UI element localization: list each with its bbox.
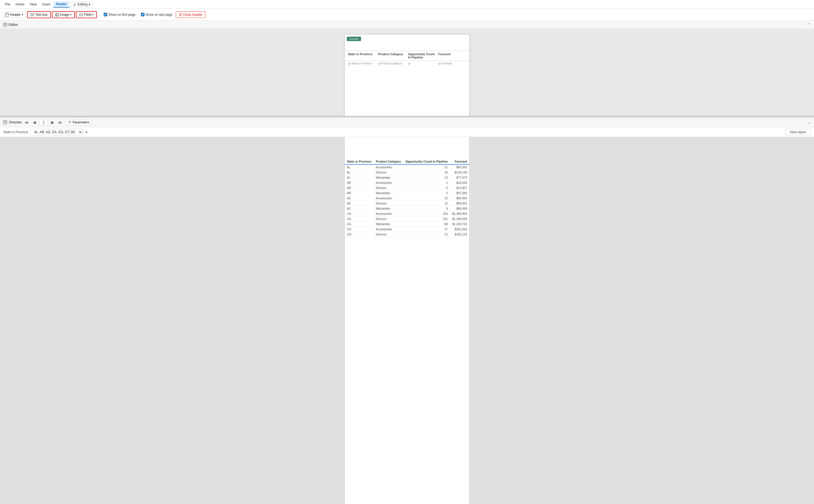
header-badge: Header [347,37,361,41]
editor-label: Editor [9,23,18,27]
image-label: Image [60,13,69,17]
menu-bar: File Home View Insert Header Editing ▾ [0,0,814,9]
state-param-label: State or Province [3,130,28,134]
table-row: AZDevices12$58,815 [345,201,469,206]
toolbar: Header ▾ Text box Image ▾ Field ▾ Show o… [0,9,814,21]
table-cell: Accessories [374,227,403,232]
table-cell: $155,123 [450,232,469,237]
parameters-btn[interactable]: Parameters [66,119,92,125]
toolbar-sep-1 [99,11,99,18]
preview-section-bar: Preview ⏮ ◀ ▶ ⏭ Parameters ⌄ [0,117,814,127]
placeholder-state: ▦ State or Province [347,61,377,66]
table-cell: Devices [374,170,403,175]
table-column-headers: State or Province Product Category Oppor… [345,51,469,61]
table-cell: Accessories [374,180,403,185]
table-cell: 88 [403,222,450,227]
table-cell: 5 [403,185,450,191]
close-header-button[interactable]: Close header [176,11,206,18]
svg-rect-0 [5,13,9,16]
table-cell: CA [345,211,374,216]
table-row: ALWarranties13$77,673 [345,175,469,180]
editing-caret: ▾ [89,2,90,6]
pencil-icon [73,3,76,6]
table-cell: Devices [374,216,403,222]
placeholder-opportunity: ▦ [407,61,437,66]
header-button[interactable]: Header ▾ [2,11,26,18]
placeholder-product: ▦ Product Category [377,61,407,66]
menu-insert[interactable]: Insert [39,1,53,7]
field-icon [79,13,83,17]
preview-th-forecast: Forecast [450,159,469,164]
table-cell: Accessories [374,196,403,201]
field-button[interactable]: Field ▾ [76,11,97,18]
nav-first-btn[interactable]: ⏮ [24,120,30,125]
image-button[interactable]: Image ▾ [52,11,75,18]
nav-next-btn[interactable]: ▶ [50,120,55,125]
table-cell: 15 [403,196,450,201]
table-cell: $16,030 [450,180,469,185]
show-first-checkbox[interactable] [104,13,107,16]
table-cell: $126,140 [450,170,469,175]
menu-view[interactable]: View [27,1,39,7]
close-icon [179,13,182,16]
preview-th-state: State or Province [345,159,374,164]
textbox-button[interactable]: Text box [27,11,51,18]
placeholder-forecast-label: Forecast [442,62,452,65]
table-cell: AZ [345,201,374,206]
table-cell: 21 [403,164,450,170]
table-cell: $1,380,954 [450,211,469,216]
editor-icon [3,23,7,27]
editor-collapse-btn[interactable]: ⌃ [807,23,811,27]
preview-th-product: Product Category [374,159,403,164]
header-label: Header [10,13,21,17]
editing-badge[interactable]: Editing ▾ [71,2,93,7]
header-canvas-area[interactable]: Header [345,35,469,51]
field-label: Field [84,13,91,17]
editor-area: Header State or Province Product Categor… [0,29,814,116]
table-cell: Devices [374,201,403,206]
table-cell: AR [345,185,374,191]
menu-header[interactable]: Header [53,1,70,8]
nav-prev-btn[interactable]: ◀ [32,120,37,125]
table-cell: 2 [403,180,450,185]
report-body-area [345,66,469,110]
view-report-button[interactable]: View report [785,129,811,135]
preview-label: Preview [9,120,21,124]
nav-last-btn[interactable]: ⏭ [57,120,63,125]
show-last-checkbox[interactable] [141,13,144,16]
svg-rect-2 [31,13,34,16]
table-cell: Warranties [374,175,403,180]
table-cell: CO [345,227,374,232]
table-cell: 9 [403,206,450,211]
table-cell: $201,016 [450,227,469,232]
table-cell: $77,673 [450,175,469,180]
page-number-input[interactable] [39,120,48,125]
state-param-select[interactable]: AL, AR, AZ, CA, CO, CT, DC [30,129,83,135]
preview-collapse-btn[interactable]: ⌄ [807,120,811,125]
field-icon-forecast: ▦ [438,62,441,65]
field-icon-opportunity: ▦ [408,62,411,65]
filter-icon [68,121,71,124]
table-row: ARWarranties2$37,550 [345,191,469,196]
table-cell: 131 [403,216,450,222]
show-last-check[interactable]: Show on last page [139,12,175,18]
preview-content: State or Province Product Category Oppor… [0,137,814,504]
table-cell: $1,109,741 [450,222,469,227]
table-row: AZWarranties9$90,456 [345,206,469,211]
table-cell: $63,342 [450,164,469,170]
report-canvas: Header State or Province Product Categor… [344,34,470,116]
preview-icon [3,120,7,124]
table-cell: Accessories [374,211,403,216]
show-first-check[interactable]: Show on first page [101,12,137,18]
textbox-label: Text box [35,13,48,17]
menu-home[interactable]: Home [13,1,27,7]
table-row: AZAccessories15$58,364 [345,196,469,201]
table-cell: Accessories [374,164,403,170]
show-last-label: Show on last page [145,13,172,17]
menu-file[interactable]: File [2,1,13,7]
table-cell: AZ [345,206,374,211]
state-param-clear-btn[interactable]: ✕ [85,130,88,134]
placeholder-forecast: ▦ Forecast [437,61,467,66]
table-row: CAAccessories153$1,380,954 [345,211,469,216]
table-cell: $1,258,634 [450,216,469,222]
